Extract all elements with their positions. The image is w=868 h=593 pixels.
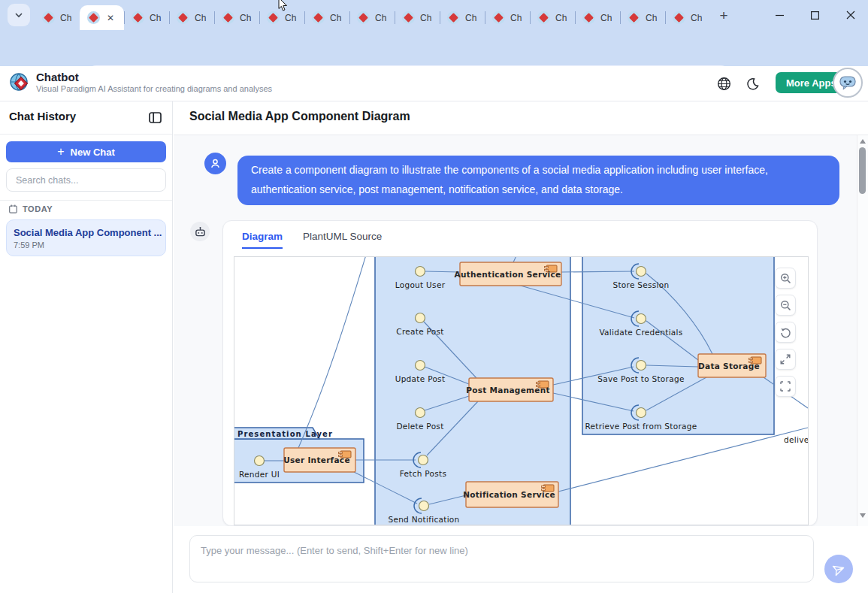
reset-icon <box>780 327 791 338</box>
page-title: Social Media App Component Diagram <box>189 110 410 123</box>
svg-text:Fetch Posts: Fetch Posts <box>400 469 447 478</box>
chat-history-item[interactable]: Social Media App Component ... 7:59 PM <box>6 219 166 256</box>
sidebar-title: Chat History <box>9 110 76 123</box>
visual-paradigm-favicon <box>447 11 460 24</box>
app-tagline: Visual Paradigm AI Assistant for creatin… <box>36 84 272 93</box>
tab-label: Ch <box>691 13 702 23</box>
tab-divider <box>395 11 395 24</box>
component-node: Data Storage <box>698 354 766 377</box>
browser-tab[interactable]: Ch <box>665 5 710 30</box>
browser-tab[interactable]: Ch <box>575 5 620 30</box>
tab-label: Ch <box>195 13 206 23</box>
tab-divider <box>575 11 576 24</box>
maximize-button[interactable] <box>797 0 833 30</box>
robot-icon <box>195 226 206 238</box>
svg-text:Send Notification: Send Notification <box>388 515 459 524</box>
expand-button[interactable] <box>775 349 796 370</box>
visual-paradigm-favicon <box>537 11 550 24</box>
tab-divider <box>665 11 666 24</box>
dark-mode-moon-icon[interactable] <box>742 74 762 93</box>
browser-tab[interactable]: Ch <box>304 5 349 30</box>
browser-tab[interactable]: Ch <box>259 5 304 30</box>
chat-item-time: 7:59 PM <box>14 241 44 250</box>
visual-paradigm-favicon <box>402 11 415 24</box>
component-diagram-canvas[interactable]: Presentation LayerAuthentication Service… <box>234 256 809 525</box>
browser-toolbar: ai-toolbox.visual-paradigm.com/app/chatb… <box>0 30 868 66</box>
scrollbar-down-arrow[interactable] <box>860 513 866 518</box>
diagram-tabs: Diagram PlantUML Source <box>242 231 382 249</box>
component-node: Notification Service <box>463 482 558 507</box>
svg-text:Delete Post: Delete Post <box>396 422 443 431</box>
tab-label: Ch <box>240 13 251 23</box>
tab-label: Ch <box>330 13 341 23</box>
svg-text:User Interface: User Interface <box>283 455 350 464</box>
expand-arrows-icon <box>780 354 791 365</box>
browser-tab[interactable]: Ch <box>530 5 575 30</box>
page-scrollbar[interactable] <box>857 135 868 526</box>
browser-tab[interactable]: Ch <box>124 5 169 30</box>
tab-label: Ch <box>465 13 476 23</box>
visual-paradigm-favicon <box>222 11 234 24</box>
tab-plantuml-source[interactable]: PlantUML Source <box>303 231 382 249</box>
browser-tab[interactable]: Ch <box>395 5 440 30</box>
browser-tab[interactable]: Ch <box>35 5 80 30</box>
reset-view-button[interactable] <box>775 322 796 343</box>
browser-tab[interactable]: Ch <box>169 5 214 30</box>
message-input[interactable] <box>189 535 814 582</box>
search-chats-input[interactable] <box>6 168 166 192</box>
minimize-button[interactable] <box>762 0 797 30</box>
close-window-button[interactable] <box>833 0 868 30</box>
tab-strip: Ch✕ChChChChChChChChChChChChCh + <box>0 0 868 30</box>
tab-label: Ch <box>646 13 657 23</box>
chevron-down-icon <box>14 11 23 20</box>
chat-message-area: Create a component diagram to illustrate… <box>174 135 868 526</box>
chat-item-title: Social Media App Component ... <box>14 227 162 238</box>
chatbot-widget-icon[interactable] <box>833 68 863 98</box>
app-title: Chatbot <box>36 71 79 83</box>
new-tab-button[interactable]: + <box>713 5 734 26</box>
visual-paradigm-favicon <box>132 11 144 24</box>
visual-paradigm-logo <box>9 72 30 93</box>
tab-close-icon[interactable]: ✕ <box>107 13 114 23</box>
zoom-in-button[interactable] <box>775 268 796 289</box>
language-globe-icon[interactable] <box>714 74 733 93</box>
tab-search-button[interactable] <box>8 4 30 26</box>
svg-text:Post Management: Post Management <box>466 386 550 395</box>
visual-paradigm-favicon <box>177 11 189 24</box>
zoom-out-button[interactable] <box>775 295 796 316</box>
assistant-response-card: Diagram PlantUML Source Presentation Lay… <box>222 220 818 526</box>
svg-text:Save Post to Storage: Save Post to Storage <box>597 374 684 383</box>
tab-divider <box>169 11 170 24</box>
scrollbar-up-arrow[interactable] <box>860 139 866 144</box>
svg-text:Update Post: Update Post <box>395 374 446 383</box>
browser-tab[interactable]: Ch <box>485 5 530 30</box>
svg-text:Validate Credentials: Validate Credentials <box>599 328 682 337</box>
visual-paradigm-favicon <box>628 11 640 24</box>
tab-divider <box>259 11 260 24</box>
divider <box>0 134 172 135</box>
tab-divider <box>214 11 215 24</box>
browser-tab[interactable]: Ch <box>214 5 259 30</box>
app-header: Chatbot Visual Paradigm AI Assistant for… <box>0 66 868 101</box>
new-chat-label: New Chat <box>71 147 115 158</box>
tab-label: Ch <box>150 13 161 23</box>
browser-tab[interactable]: Ch <box>440 5 485 30</box>
browser-tab[interactable]: Ch <box>620 5 665 30</box>
fit-screen-button[interactable] <box>775 376 796 397</box>
svg-text:Data Storage: Data Storage <box>698 362 760 371</box>
svg-text:Logout User: Logout User <box>395 280 446 289</box>
calendar-icon <box>9 204 17 213</box>
send-button[interactable] <box>824 555 853 583</box>
tab-diagram[interactable]: Diagram <box>242 231 283 249</box>
plus-icon: + <box>57 145 64 159</box>
tab-label: Ch <box>375 13 386 23</box>
user-message-bubble: Create a component diagram to illustrate… <box>237 156 839 205</box>
browser-tab-active[interactable]: ✕ <box>80 5 124 30</box>
scrollbar-thumb[interactable] <box>859 147 866 194</box>
browser-tab[interactable]: Ch <box>349 5 395 30</box>
section-label: TODAY <box>23 204 53 213</box>
tab-label: Ch <box>555 13 567 23</box>
new-chat-button[interactable]: + New Chat <box>6 141 166 162</box>
collapse-sidebar-button[interactable] <box>147 109 163 126</box>
diagram-edge <box>558 428 808 492</box>
